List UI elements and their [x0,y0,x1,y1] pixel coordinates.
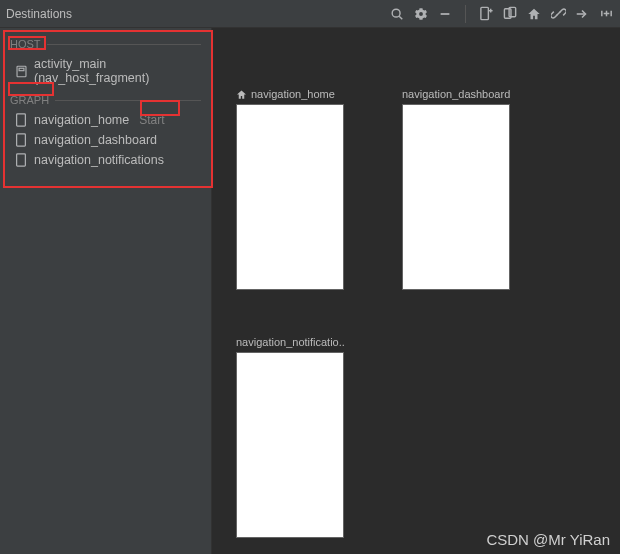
fragment-icon [14,64,28,78]
preview-frame[interactable] [236,104,344,290]
auto-arrange-icon[interactable] [598,6,614,22]
preview-dashboard[interactable]: navigation_dashboard [402,88,510,290]
svg-rect-18 [17,154,26,166]
host-item[interactable]: activity_main (nav_host_fragment) [0,54,211,88]
preview-label-text: navigation_notificatio... [236,336,344,348]
home-icon[interactable] [526,6,542,22]
action-arrow-icon[interactable] [574,6,590,22]
graph-item-home[interactable]: navigation_home Start [0,110,211,130]
graph-item-label: navigation_notifications [34,153,164,167]
preview-notifications[interactable]: navigation_notificatio... [236,336,344,538]
home-icon [236,89,247,100]
graph-section-label: GRAPH [10,94,49,106]
watermark: CSDN @Mr YiRan [486,531,610,548]
svg-line-8 [556,11,561,16]
preview-frame[interactable] [402,104,510,290]
graph-item-dashboard[interactable]: navigation_dashboard [0,130,211,150]
svg-point-0 [392,9,400,17]
destination-icon [14,133,28,147]
start-badge: Start [139,113,164,127]
minimize-icon[interactable] [437,6,453,22]
svg-rect-17 [17,134,26,146]
graph-section-header: GRAPH [0,88,211,110]
svg-rect-15 [19,68,24,70]
panel-title: Destinations [6,7,72,21]
add-destination-icon[interactable] [478,6,494,22]
link-icon[interactable] [550,6,566,22]
destination-icon [14,153,28,167]
top-toolbar: Destinations [0,0,620,28]
svg-line-1 [399,16,402,19]
nav-graph-canvas[interactable]: navigation_home navigation_dashboard nav… [212,28,620,554]
graph-item-notifications[interactable]: navigation_notifications [0,150,211,170]
search-icon[interactable] [389,6,405,22]
graph-item-label: navigation_home [34,113,129,127]
svg-rect-3 [480,7,488,19]
destination-icon [14,113,28,127]
preview-label-text: navigation_home [251,88,335,100]
host-item-label: activity_main (nav_host_fragment) [34,57,201,85]
host-section-label: HOST [10,38,41,50]
panel-toolbar-icons [389,5,614,23]
gear-icon[interactable] [413,6,429,22]
graph-item-label: navigation_dashboard [34,133,157,147]
preview-label-text: navigation_dashboard [402,88,510,100]
nested-graph-icon[interactable] [502,6,518,22]
preview-frame[interactable] [236,352,344,538]
preview-home[interactable]: navigation_home [236,88,344,290]
host-section-header: HOST [0,32,211,54]
svg-rect-16 [17,114,26,126]
destinations-sidebar: HOST activity_main (nav_host_fragment) G… [0,28,212,554]
